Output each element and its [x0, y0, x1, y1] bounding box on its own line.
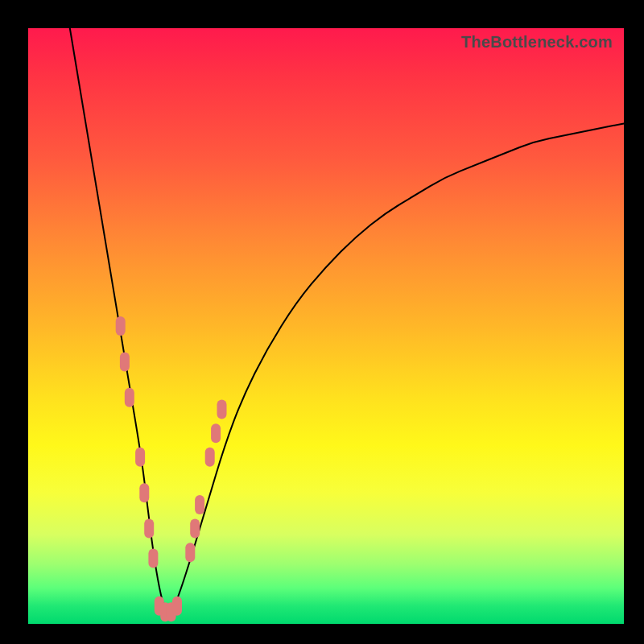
plot-area: TheBottleneck.com [28, 28, 624, 624]
curve-marker [172, 597, 182, 616]
marker-group [116, 316, 227, 621]
curve-marker [217, 400, 227, 419]
curve-marker [135, 448, 145, 467]
curve-marker [148, 549, 158, 568]
curve-marker [195, 495, 204, 514]
curve-marker [116, 316, 126, 336]
curve-marker [205, 448, 215, 467]
curve-svg [28, 28, 624, 624]
curve-marker [125, 388, 134, 407]
curve-marker [211, 423, 221, 443]
curve-marker [190, 519, 200, 539]
curve-marker [139, 483, 149, 502]
curve-marker [120, 352, 130, 371]
curve-marker [144, 519, 154, 539]
curve-marker [185, 543, 195, 562]
outer-frame: TheBottleneck.com [0, 0, 644, 644]
